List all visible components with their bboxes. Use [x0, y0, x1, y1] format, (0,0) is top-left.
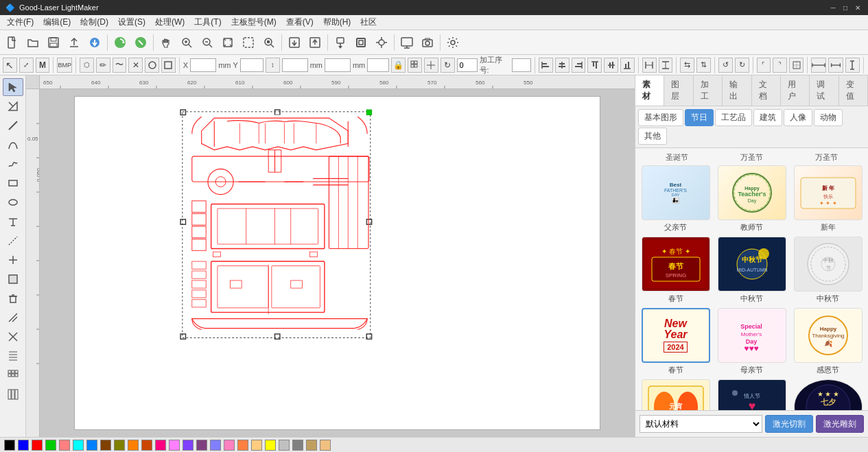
save-button[interactable]	[44, 33, 63, 52]
gallery-item-mothers[interactable]: Special Mother's Day ♥♥♥ 母亲节	[716, 308, 788, 375]
menu-edit[interactable]: 编辑(E)	[39, 15, 75, 29]
stop-button[interactable]	[131, 33, 150, 52]
angle-input[interactable]	[457, 58, 478, 72]
cat-other[interactable]: 其他	[638, 128, 667, 145]
color-lightpink[interactable]	[224, 440, 235, 451]
flip-v-btn[interactable]: ⇅	[696, 58, 711, 73]
cat-basic[interactable]: 基本图形	[638, 109, 683, 126]
laser-head-btn[interactable]	[331, 33, 350, 52]
pen-btn[interactable]: ✏	[96, 58, 110, 73]
text-tool[interactable]	[3, 213, 23, 230]
slope-tool[interactable]	[3, 309, 23, 326]
cat-building[interactable]: 建筑	[753, 109, 782, 126]
color-peach[interactable]	[251, 440, 262, 451]
settings-btn[interactable]	[443, 33, 462, 52]
export-button[interactable]	[305, 33, 325, 52]
camera-btn[interactable]	[418, 33, 437, 52]
grid2-btn[interactable]	[424, 58, 438, 73]
maximize-button[interactable]: □	[841, 3, 850, 12]
gallery-item-lantern[interactable]: 元宵 元宵节	[640, 379, 712, 410]
menu-board[interactable]: 主板型号(M)	[227, 15, 281, 29]
grid-snap-tool[interactable]	[3, 347, 23, 365]
bezier-tool[interactable]	[3, 136, 23, 154]
tab-process[interactable]: 加工	[694, 75, 723, 106]
height-input[interactable]: 44	[325, 58, 351, 72]
color-gray[interactable]	[292, 440, 303, 451]
corner-tr-btn[interactable]: ⌝	[773, 58, 787, 73]
color-orange[interactable]	[128, 440, 139, 451]
upload-button[interactable]	[64, 33, 84, 52]
y-input[interactable]	[240, 58, 263, 72]
menu-process[interactable]: 处理(W)	[151, 15, 189, 29]
transform-tool[interactable]	[3, 328, 23, 346]
tab-debug[interactable]: 调试	[810, 75, 838, 106]
gallery-item-spring1[interactable]: ✦ 春节 ✦ 春节 SPRING 春节	[640, 237, 712, 304]
align-left-btn[interactable]	[539, 58, 553, 73]
laser-point-btn[interactable]	[372, 33, 391, 52]
color-pink[interactable]	[59, 440, 70, 451]
color-green[interactable]	[45, 440, 56, 451]
vdist-btn[interactable]	[659, 58, 673, 73]
monitor-btn[interactable]	[397, 33, 417, 52]
freehand-btn[interactable]: 〜	[113, 58, 127, 73]
gallery-item-valentine[interactable]: 情人节 ♥ Valentine's Day 情人节	[716, 379, 788, 410]
align-top-btn[interactable]	[587, 58, 602, 73]
refresh-button[interactable]	[110, 33, 130, 52]
color-olive[interactable]	[114, 440, 125, 451]
scale-input[interactable]: 100	[367, 58, 389, 72]
gallery-item-newyear-text[interactable]: 🎋 新 年 快乐 ✦ ✦ ✦ 新年	[792, 165, 864, 233]
gallery-item-midautumn1[interactable]: 中秋节 MID-AUTUMN 中秋节	[716, 237, 788, 304]
menu-file[interactable]: 文件(F)	[3, 15, 38, 29]
color-magenta[interactable]	[169, 440, 180, 451]
select-area-button[interactable]	[239, 33, 258, 52]
hdist-btn[interactable]	[642, 58, 657, 73]
color-wheat[interactable]	[320, 440, 331, 451]
fit-button[interactable]	[218, 33, 237, 52]
tab-output[interactable]: 输出	[723, 75, 751, 106]
all-corners-btn[interactable]	[789, 58, 804, 73]
select-tool[interactable]	[3, 78, 23, 96]
lock-btn[interactable]: 🔒	[391, 58, 406, 73]
rect-btn[interactable]	[161, 58, 176, 73]
open-button[interactable]	[23, 33, 43, 52]
zoom-fit-button[interactable]	[259, 33, 279, 52]
laser-cut-button[interactable]: 激光切割	[765, 415, 813, 433]
rotate-cw-btn[interactable]: ↻	[735, 58, 749, 73]
menu-settings[interactable]: 设置(S)	[114, 15, 150, 29]
transform-btn[interactable]: ⤢	[19, 58, 34, 73]
node-tool[interactable]	[3, 97, 23, 115]
arrow-btn[interactable]: ↕	[266, 58, 280, 73]
dashed-tool[interactable]	[3, 232, 23, 250]
rotate-btn[interactable]: ↻	[441, 58, 455, 73]
hand-tool[interactable]	[156, 33, 176, 52]
color-blue[interactable]	[18, 440, 29, 451]
grid-btn[interactable]	[408, 58, 422, 73]
align-center-h-btn[interactable]	[555, 58, 570, 73]
select-btn[interactable]: ↖	[3, 58, 17, 73]
delete-tool[interactable]	[3, 289, 23, 307]
size-line-btn[interactable]	[811, 58, 826, 73]
tab-docs[interactable]: 文档	[752, 75, 781, 106]
cat-craft[interactable]: 工艺品	[715, 109, 752, 126]
m-btn[interactable]: M	[36, 58, 50, 73]
gallery-item-newyear2024[interactable]: New Year 2024 春节	[640, 308, 712, 375]
color-cyan[interactable]	[73, 440, 84, 451]
cat-portrait[interactable]: 人像	[784, 109, 812, 126]
canvas-content[interactable]	[40, 89, 635, 437]
gallery-item-fathers[interactable]: Best FATHER'S DAY 👨‍👧 父亲节	[640, 165, 712, 233]
rotate-ccw-btn[interactable]: ↺	[718, 58, 733, 73]
new-button[interactable]	[3, 33, 22, 52]
menu-community[interactable]: 社区	[356, 15, 381, 29]
array-tool[interactable]	[3, 366, 23, 384]
gallery-item-midautumn2[interactable]: 中秋 节 中秋节	[792, 237, 864, 304]
color-darkpurple[interactable]	[196, 440, 207, 451]
gallery-item-thanksgiving[interactable]: Happy Thanksgiving 🍂 感恩节	[792, 308, 864, 375]
tab-layers[interactable]: 图层	[664, 75, 693, 106]
tab-vars[interactable]: 变值	[839, 75, 868, 106]
material-select[interactable]: 默认材料	[640, 415, 762, 433]
color-silver[interactable]	[279, 440, 290, 451]
menu-tools[interactable]: 工具(T)	[190, 15, 225, 29]
corner-tl-btn[interactable]: ⌜	[757, 58, 771, 73]
color-yellow[interactable]	[265, 440, 276, 451]
flip-h-btn[interactable]: ⇆	[680, 58, 694, 73]
